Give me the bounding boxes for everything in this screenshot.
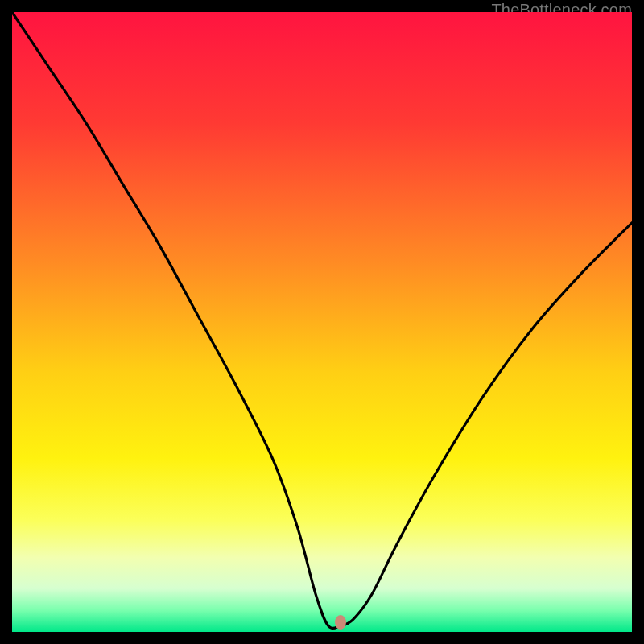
optimal-point-marker (335, 615, 346, 630)
svg-rect-0 (12, 12, 632, 632)
background-gradient (12, 12, 632, 632)
chart-frame: TheBottleneck.com (0, 0, 644, 644)
plot-area: TheBottleneck.com (12, 12, 632, 632)
